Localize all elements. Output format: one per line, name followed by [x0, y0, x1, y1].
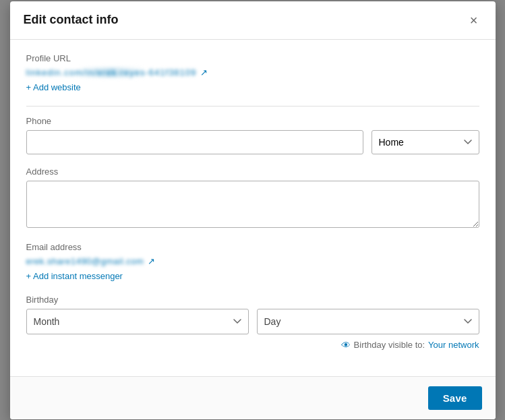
birthday-day-select[interactable]: Day 12 34 56 78 910 1112 1314 1516 1718 …: [257, 309, 479, 334]
email-section: Email address erek.share1490@gmail.com ↗…: [26, 242, 479, 282]
birthday-visibility-row: 👁 Birthday visible to: Your network: [26, 340, 479, 351]
birthday-section: Birthday Month January February March Ap…: [26, 295, 479, 351]
birthday-visibility-label: Birthday visible to:: [354, 340, 425, 350]
add-instant-messenger-link[interactable]: + Add instant messenger: [26, 271, 123, 281]
modal-dialog: Edit contact info × Profile URL linkedin…: [10, 1, 496, 419]
modal-header: Edit contact info ×: [10, 1, 496, 40]
profile-url-label: Profile URL: [26, 53, 479, 63]
divider-1: [26, 106, 479, 107]
save-button[interactable]: Save: [428, 386, 482, 410]
eye-icon: 👁: [341, 340, 351, 351]
birthday-row: Month January February March April May J…: [26, 309, 479, 334]
modal-body: Profile URL linkedin.com/in/erek-reyes-6…: [10, 40, 496, 376]
phone-input[interactable]: [26, 130, 363, 154]
phone-row: Home Work Mobile Other: [26, 130, 479, 154]
address-section: Address: [26, 167, 479, 230]
profile-url-section: Profile URL linkedin.com/in/erek-reyes-6…: [26, 53, 479, 94]
profile-url-external-link-icon[interactable]: ↗: [200, 67, 208, 78]
profile-url-row: linkedin.com/in/erek-reyes-641f38109 ↗: [26, 67, 479, 78]
email-external-link-icon[interactable]: ↗: [148, 256, 155, 266]
email-row: erek.share1490@gmail.com ↗: [26, 256, 479, 266]
phone-label: Phone: [26, 116, 479, 126]
address-textarea[interactable]: [26, 181, 479, 228]
address-label: Address: [26, 167, 479, 177]
phone-section: Phone Home Work Mobile Other: [26, 116, 479, 154]
birthday-label: Birthday: [26, 295, 479, 305]
email-value: erek.share1490@gmail.com: [26, 256, 144, 266]
modal-footer: Save: [10, 376, 496, 419]
modal-overlay: Edit contact info × Profile URL linkedin…: [0, 0, 505, 420]
birthday-month-select[interactable]: Month January February March April May J…: [26, 309, 249, 334]
birthday-visibility-value: Your network: [428, 340, 479, 350]
add-website-link[interactable]: + Add website: [26, 82, 81, 92]
profile-url-value: linkedin.com/in/erek-reyes-641f38109: [26, 67, 197, 78]
modal-title: Edit contact info: [24, 13, 119, 27]
close-button[interactable]: ×: [466, 12, 482, 28]
email-label: Email address: [26, 242, 479, 252]
phone-type-select[interactable]: Home Work Mobile Other: [372, 130, 479, 154]
